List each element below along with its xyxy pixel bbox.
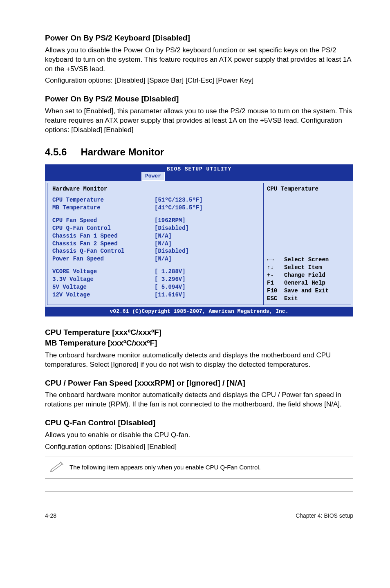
bios-row: 3.3V Voltage[ 3.296V] [52, 276, 258, 283]
heading-cpu-temp: CPU Temperature [xxxºC/xxxºF] [45, 327, 353, 338]
heading-fan-speed: CPU / Power Fan Speed [xxxxRPM] or [Igno… [45, 378, 353, 388]
bios-row: CPU Q-Fan Control[Disabled] [52, 224, 258, 232]
bios-title: BIOS SETUP UTILITY [45, 165, 353, 173]
bios-help-text: CPU Temperature [267, 185, 347, 193]
bios-row: Chassis Fan 1 Speed[N/A] [52, 232, 258, 240]
bios-screenshot: BIOS SETUP UTILITY Power Hardware Monito… [45, 164, 353, 316]
arrow-ud-icon: ↑↓ [267, 264, 284, 272]
bios-copyright: v02.61 (C)Copyright 1985-2007, American … [45, 307, 353, 316]
note-block: The following item appears only when you… [45, 456, 353, 479]
esc-key: ESC [267, 295, 284, 303]
bios-row: Chassis Fan 2 Speed[N/A] [52, 240, 258, 248]
heading-mb-temp: MB Temperature [xxxºC/xxxºF] [45, 338, 353, 348]
bios-titlebar: BIOS SETUP UTILITY Power [45, 165, 353, 181]
page-number: 4-28 [45, 512, 56, 520]
page-footer: 4-28 Chapter 4: BIOS setup [45, 508, 353, 520]
bios-row: 12V Voltage[11.616V] [52, 291, 258, 299]
heading-power-on-mouse: Power On By PS/2 Mouse [Disabled] [45, 94, 353, 104]
bios-row: MB Temperature[41ºC/105.5ºF] [52, 204, 258, 212]
bios-right-panel: CPU Temperature ←→Select Screen ↑↓Select… [263, 183, 351, 305]
config-power-on-keyboard: Configuration options: [Disabled] [Space… [45, 76, 353, 85]
section-number: 4.5.6 [45, 146, 67, 159]
heading-qfan-control: CPU Q-Fan Control [Disabled] [45, 417, 353, 428]
bios-row: CPU Fan Speed[1962RPM] [52, 217, 258, 224]
body-power-on-mouse: When set to [Enabled], this parameter al… [45, 107, 353, 135]
config-qfan-control: Configuration options: [Disabled] [Enabl… [45, 442, 353, 452]
body-temperatures: The onboard hardware monitor automatical… [45, 351, 353, 370]
bios-row: Power Fan Speed[N/A] [52, 255, 258, 263]
note-text: The following item appears only when you… [69, 463, 353, 471]
chapter-label: Chapter 4: BIOS setup [296, 512, 353, 520]
pencil-note-icon [45, 460, 69, 475]
footer-rule [45, 491, 353, 491]
body-fan-speed: The onboard hardware monitor automatical… [45, 391, 353, 409]
bios-row: CPU Temperature[51ºC/123.5ºF] [52, 196, 258, 204]
section-hardware-monitor: 4.5.6Hardware Monitor [45, 146, 353, 159]
bios-row: VCORE Voltage[ 1.288V] [52, 268, 258, 276]
bios-legend: ←→Select Screen ↑↓Select Item +-Change F… [267, 256, 347, 302]
arrow-lr-icon: ←→ [267, 256, 284, 264]
body-power-on-keyboard: Allows you to disable the Power On by PS… [45, 46, 353, 74]
bios-row: 5V Voltage[ 5.094V] [52, 283, 258, 291]
bios-left-panel: Hardware Monitor CPU Temperature[51ºC/12… [47, 183, 263, 305]
body-qfan-control: Allows you to enable or disable the CPU … [45, 431, 353, 440]
plus-minus-icon: +- [267, 272, 284, 279]
heading-power-on-keyboard: Power On By PS/2 Keyboard [Disabled] [45, 33, 353, 43]
bios-panel-header: Hardware Monitor [52, 185, 258, 193]
f1-key: F1 [267, 279, 284, 287]
bios-row: Chassis Q-Fan Control[Disabled] [52, 247, 258, 255]
f10-key: F10 [267, 287, 284, 295]
bios-tab-power: Power [141, 172, 165, 181]
section-title: Hardware Monitor [81, 146, 164, 157]
